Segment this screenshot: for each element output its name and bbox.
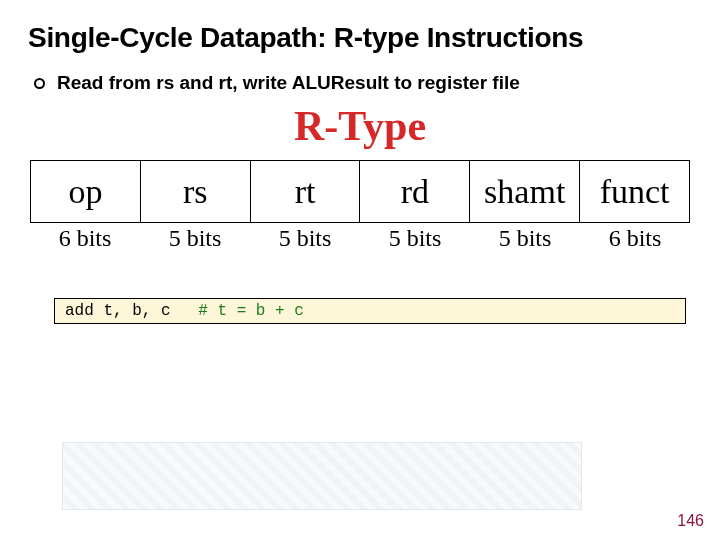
bits-label-funct: 6 bits — [580, 225, 690, 252]
field-cell-funct: funct — [580, 161, 690, 223]
instruction-field-table: op rs rt rd shamt funct — [30, 160, 690, 223]
rtype-heading: R-Type — [294, 103, 426, 149]
field-cell-rs: rs — [140, 161, 250, 223]
bits-label-rs: 5 bits — [140, 225, 250, 252]
table-row: op rs rt rd shamt funct — [31, 161, 690, 223]
bits-label-op: 6 bits — [30, 225, 140, 252]
page-number: 146 — [677, 512, 704, 530]
rtype-heading-wrap: R-Type — [28, 102, 692, 150]
field-cell-shamt: shamt — [470, 161, 580, 223]
bullet-icon — [34, 78, 45, 89]
bits-label-shamt: 5 bits — [470, 225, 580, 252]
datapath-diagram-placeholder — [62, 442, 582, 510]
page-title: Single-Cycle Datapath: R-type Instructio… — [28, 22, 692, 54]
bits-row: 6 bits 5 bits 5 bits 5 bits 5 bits 6 bit… — [30, 225, 690, 252]
field-cell-rt: rt — [250, 161, 360, 223]
bits-label-rd: 5 bits — [360, 225, 470, 252]
field-cell-rd: rd — [360, 161, 470, 223]
bullet-text: Read from rs and rt, write ALUResult to … — [57, 72, 520, 94]
bullet-item: Read from rs and rt, write ALUResult to … — [28, 72, 692, 94]
field-cell-op: op — [31, 161, 141, 223]
slide: Single-Cycle Datapath: R-type Instructio… — [0, 0, 720, 540]
code-comment: # t = b + c — [198, 302, 304, 320]
code-instruction: add t, b, c — [65, 302, 171, 320]
code-example: add t, b, c # t = b + c — [54, 298, 686, 324]
bits-label-rt: 5 bits — [250, 225, 360, 252]
